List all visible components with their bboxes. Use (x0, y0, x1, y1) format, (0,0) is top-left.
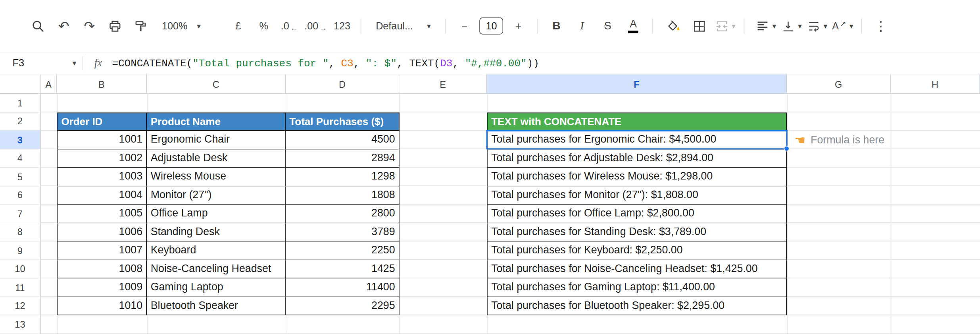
empty-cell[interactable] (400, 278, 487, 297)
increase-font-size-button[interactable]: + (508, 15, 529, 37)
order-id-cell[interactable]: 1004 (57, 186, 147, 205)
order-id-cell[interactable]: 1002 (57, 149, 147, 168)
percent-format-button[interactable]: % (253, 15, 275, 37)
row-header-2[interactable]: 2 (0, 112, 40, 131)
row-header-13[interactable]: 13 (0, 315, 40, 334)
chevron-down-icon[interactable]: ▾ (732, 22, 736, 30)
increase-decimal-button[interactable]: .00 → (304, 15, 327, 37)
chevron-down-icon[interactable]: ▾ (798, 22, 802, 30)
concat-result-cell[interactable]: Total purchases for Keyboard: $2,250.00 (487, 241, 787, 260)
row-header-1[interactable]: 1 (0, 94, 40, 112)
order-id-cell[interactable]: 1009 (57, 278, 147, 297)
row-header-4[interactable]: 4 (0, 149, 40, 168)
empty-cell[interactable] (400, 297, 487, 315)
row-header-10[interactable]: 10 (0, 260, 40, 278)
print-button[interactable] (104, 15, 126, 37)
more-formats-button[interactable]: 123 (331, 15, 353, 37)
concat-result-cell[interactable]: Total purchases for Office Lamp: $2,800.… (487, 205, 787, 223)
total-cell[interactable]: 2800 (286, 205, 400, 223)
column-header-c[interactable]: C (147, 74, 286, 94)
row-header-11[interactable]: 11 (0, 278, 40, 297)
concat-result-cell-selected[interactable]: Total purchases for Ergonomic Chair: $4,… (487, 131, 787, 149)
decrease-decimal-button[interactable]: .0 ← (279, 15, 300, 37)
row-header-5[interactable]: 5 (0, 168, 40, 186)
product-name-header-cell[interactable]: Product Name (147, 112, 286, 131)
order-id-header-cell[interactable]: Order ID (57, 112, 147, 131)
row-header-8[interactable]: 8 (0, 223, 40, 241)
empty-cell[interactable] (400, 205, 487, 223)
borders-button[interactable] (689, 15, 710, 37)
strikethrough-button[interactable]: S (597, 15, 619, 37)
concat-result-cell[interactable]: Total purchases for Bluetooth Speaker: $… (487, 297, 787, 315)
row-header-7[interactable]: 7 (0, 205, 40, 223)
order-id-cell[interactable]: 1010 (57, 297, 147, 315)
italic-button[interactable]: I (571, 15, 593, 37)
chevron-down-icon[interactable]: ▾ (824, 22, 828, 30)
undo-button[interactable]: ↶ (53, 15, 75, 37)
font-select[interactable]: Defaul... ▾ (369, 15, 437, 37)
column-header-f[interactable]: F (487, 74, 787, 94)
empty-cell[interactable] (400, 112, 487, 131)
vertical-align-button[interactable]: ▾ (781, 15, 802, 37)
empty-cell[interactable] (400, 260, 487, 278)
product-cell[interactable]: Office Lamp (147, 205, 286, 223)
product-cell[interactable]: Ergonomic Chair (147, 131, 286, 149)
total-cell[interactable]: 2250 (286, 241, 400, 260)
product-cell[interactable]: Noise-Canceling Headset (147, 260, 286, 278)
concat-result-cell[interactable]: Total purchases for Noise-Canceling Head… (487, 260, 787, 278)
total-cell[interactable]: 1808 (286, 186, 400, 205)
concat-result-cell[interactable]: Total purchases for Monitor (27"): $1,80… (487, 186, 787, 205)
row-header-3[interactable]: 3 (0, 131, 40, 149)
empty-cell[interactable] (400, 131, 487, 149)
row-header-6[interactable]: 6 (0, 186, 40, 205)
order-id-cell[interactable]: 1006 (57, 223, 147, 241)
order-id-cell[interactable]: 1007 (57, 241, 147, 260)
formula-input[interactable]: =CONCATENATE("Total purchases for ", C3,… (112, 57, 539, 69)
order-id-cell[interactable]: 1003 (57, 168, 147, 186)
zoom-select[interactable]: 100% ▾ (156, 15, 207, 37)
name-box[interactable]: F3 ▾ (0, 58, 83, 69)
column-header-h[interactable]: H (891, 74, 980, 94)
bold-button[interactable]: B (546, 15, 567, 37)
product-cell[interactable]: Adjustable Desk (147, 149, 286, 168)
column-header-b[interactable]: B (57, 74, 147, 94)
row-header-9[interactable]: 9 (0, 241, 40, 260)
column-header-e[interactable]: E (400, 74, 487, 94)
merge-cells-button[interactable]: ▾ (715, 15, 736, 37)
product-cell[interactable]: Wireless Mouse (147, 168, 286, 186)
fill-color-button[interactable] (663, 15, 685, 37)
more-options-button[interactable]: ⋮ (870, 15, 892, 37)
product-cell[interactable]: Gaming Laptop (147, 278, 286, 297)
chevron-down-icon[interactable]: ▾ (772, 22, 776, 30)
empty-cell[interactable] (400, 241, 487, 260)
currency-format-button[interactable]: £ (227, 15, 249, 37)
column-header-d[interactable]: D (286, 74, 400, 94)
total-cell[interactable]: 2894 (286, 149, 400, 168)
total-cell[interactable]: 3789 (286, 223, 400, 241)
chevron-down-icon[interactable]: ▾ (849, 22, 853, 30)
empty-cell[interactable] (400, 223, 487, 241)
redo-button[interactable]: ↷ (79, 15, 100, 37)
product-cell[interactable]: Keyboard (147, 241, 286, 260)
text-concatenate-header-cell[interactable]: TEXT with CONCATENATE (487, 112, 787, 131)
search-button[interactable] (27, 15, 49, 37)
select-all-corner[interactable] (0, 74, 40, 94)
row-header-12[interactable]: 12 (0, 297, 40, 315)
total-cell[interactable]: 1298 (286, 168, 400, 186)
product-cell[interactable]: Bluetooth Speaker (147, 297, 286, 315)
empty-cell[interactable] (400, 149, 487, 168)
column-header-a[interactable]: A (40, 74, 57, 94)
order-id-cell[interactable]: 1001 (57, 131, 147, 149)
total-cell[interactable]: 11400 (286, 278, 400, 297)
concat-result-cell[interactable]: Total purchases for Adjustable Desk: $2,… (487, 149, 787, 168)
total-purchases-header-cell[interactable]: Total Purchases ($) (286, 112, 400, 131)
order-id-cell[interactable]: 1005 (57, 205, 147, 223)
text-wrap-button[interactable]: ▾ (807, 15, 828, 37)
empty-cell[interactable] (400, 186, 487, 205)
product-cell[interactable]: Standing Desk (147, 223, 286, 241)
text-color-button[interactable]: A (623, 15, 644, 37)
concat-result-cell[interactable]: Total purchases for Wireless Mouse: $1,2… (487, 168, 787, 186)
chevron-down-icon[interactable]: ▾ (73, 60, 77, 67)
font-size-input[interactable]: 10 (480, 17, 503, 35)
empty-cell[interactable] (400, 168, 487, 186)
